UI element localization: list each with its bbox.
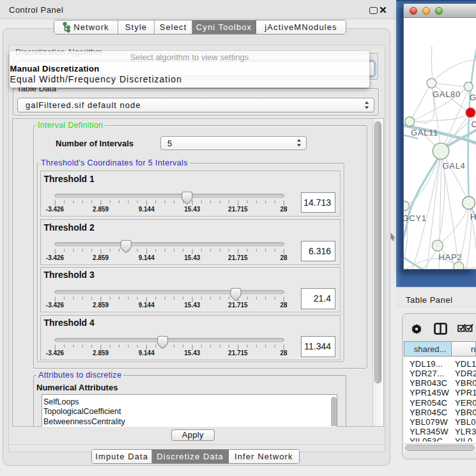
- svg-text:HAP2: HAP2: [439, 252, 463, 262]
- svg-text:GA: GA: [470, 93, 476, 102]
- svg-text:H: H: [470, 212, 476, 222]
- svg-text:GAL80: GAL80: [433, 89, 461, 99]
- svg-text:GAL11: GAL11: [411, 128, 438, 137]
- svg-text:C: C: [472, 119, 476, 129]
- svg-text:GAL4: GAL4: [443, 161, 466, 171]
- svg-text:GCY1: GCY1: [404, 213, 427, 223]
